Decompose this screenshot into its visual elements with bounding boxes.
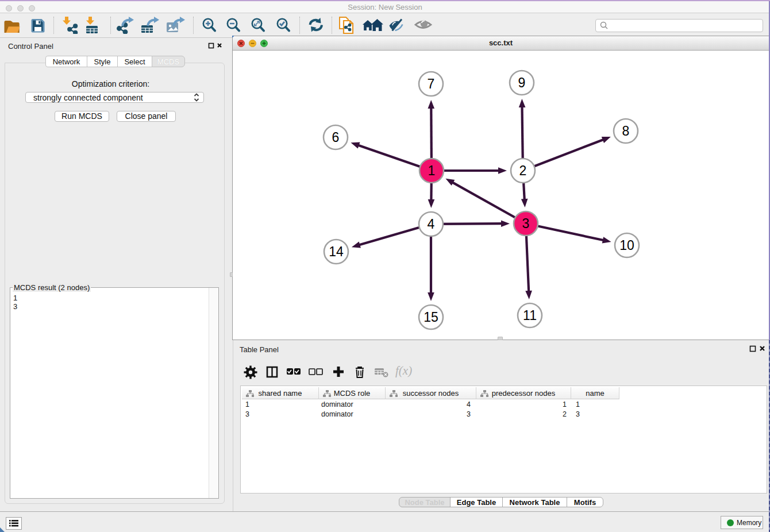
svg-text:7: 7	[428, 76, 435, 91]
svg-text:1: 1	[428, 163, 436, 178]
svg-text:4: 4	[428, 217, 435, 232]
svg-text:15: 15	[424, 310, 438, 325]
svg-text:10: 10	[619, 238, 634, 253]
svg-text:3: 3	[522, 216, 530, 231]
svg-text:11: 11	[523, 308, 537, 323]
svg-text:8: 8	[622, 124, 630, 138]
svg-text:9: 9	[518, 75, 526, 90]
svg-text:6: 6	[332, 130, 340, 145]
svg-text:2: 2	[519, 163, 527, 178]
svg-text:14: 14	[329, 244, 344, 259]
